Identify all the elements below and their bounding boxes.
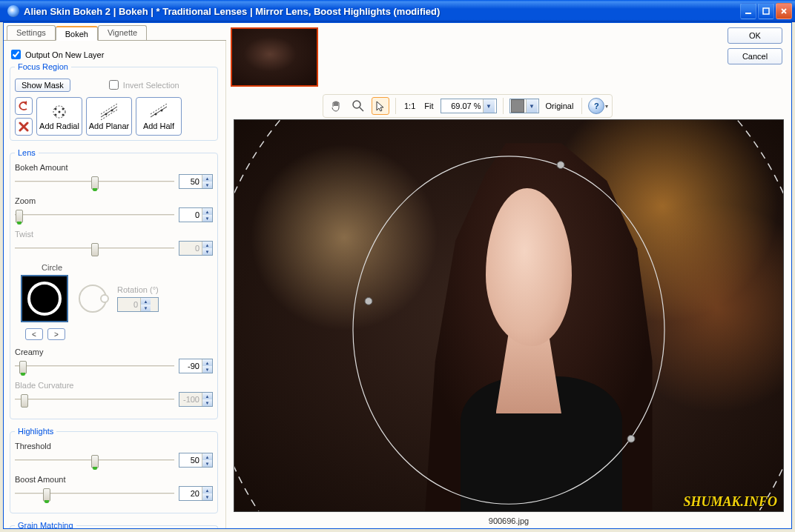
svg-line-14	[151, 104, 167, 114]
svg-line-9	[101, 104, 117, 114]
tab-strip: Settings Bokeh Vignette	[4, 23, 226, 41]
creamy-param: Creamy ▲▼	[15, 348, 213, 373]
chevron-down-icon[interactable]: ▼	[483, 99, 495, 113]
bokeh-amount-param: Bokeh Amount ▲▼	[15, 163, 213, 189]
output-layer-checkbox[interactable]	[11, 50, 21, 59]
shape-prev-button[interactable]: <	[25, 328, 43, 340]
blade-curvature-param: Blade Curvature ▲▼	[15, 381, 213, 407]
svg-point-5	[55, 114, 57, 116]
svg-point-7	[59, 111, 61, 113]
svg-point-12	[111, 110, 113, 112]
tab-bokeh[interactable]: Bokeh	[56, 26, 98, 41]
window-title: Alien Skin Bokeh 2 | Bokeh | * Tradition…	[24, 6, 740, 17]
original-toggle[interactable]: Original	[544, 102, 576, 110]
boost-spin[interactable]: ▲▼	[179, 486, 213, 501]
threshold-slider[interactable]	[15, 454, 174, 466]
lens-group: Lens Bokeh Amount ▲▼ Zoom ▲▼	[10, 148, 218, 419]
svg-point-16	[161, 110, 163, 112]
highlights-group: Highlights Threshold ▲▼ Boost Amount ▲▼	[10, 427, 218, 513]
aperture-shape-preview	[21, 275, 68, 322]
svg-line-8	[101, 107, 117, 117]
ok-button[interactable]: OK	[728, 27, 782, 44]
blade-spin: ▲▼	[179, 392, 213, 407]
tab-vignette[interactable]: Vignette	[98, 25, 147, 40]
svg-line-10	[101, 110, 117, 120]
twist-spin: ▲▼	[179, 241, 213, 256]
hand-tool-icon[interactable]	[327, 97, 345, 115]
help-dropdown-icon[interactable]: ▾	[605, 103, 608, 110]
creamy-slider[interactable]	[15, 360, 174, 372]
thumbnail-preview[interactable]	[231, 27, 318, 87]
threshold-spin[interactable]: ▲▼	[179, 453, 213, 468]
show-mask-button[interactable]: Show Mask	[15, 79, 70, 92]
pointer-tool-icon[interactable]	[372, 97, 389, 115]
boost-slider[interactable]	[15, 488, 174, 499]
zoom-tool-icon[interactable]	[349, 97, 367, 115]
invert-selection[interactable]: Invert Selection	[108, 77, 181, 93]
bokeh-amount-slider[interactable]	[15, 176, 174, 187]
help-icon[interactable]: ?	[588, 98, 604, 114]
chevron-down-icon[interactable]: ▼	[526, 99, 538, 113]
title-bar: Alien Skin Bokeh 2 | Bokeh | * Tradition…	[0, 0, 795, 22]
add-half-button[interactable]: Add Half	[136, 97, 182, 136]
rotation-spin: ▲▼	[117, 297, 159, 312]
settings-scroll[interactable]: Output On New Layer Focus Region Show Ma…	[4, 41, 226, 528]
app-icon	[7, 5, 19, 17]
zoom-slider[interactable]	[15, 209, 174, 221]
twist-param: Twist ▲▼	[15, 230, 213, 256]
undo-button[interactable]	[15, 97, 33, 115]
svg-point-6	[62, 114, 65, 116]
svg-point-11	[105, 113, 108, 116]
zoom-dropdown[interactable]: ▼	[441, 99, 497, 113]
svg-point-17	[353, 101, 360, 108]
svg-line-13	[151, 107, 167, 117]
preview-area[interactable]: SHUMAK.INFO	[234, 119, 784, 512]
minimize-button[interactable]	[740, 3, 756, 19]
svg-line-18	[360, 107, 363, 111]
svg-rect-0	[745, 13, 751, 14]
grain-matching-group: Grain Matching	[10, 521, 218, 528]
threshold-param: Threshold ▲▼	[15, 442, 213, 468]
bokeh-amount-spin[interactable]: ▲▼	[179, 174, 213, 189]
add-radial-button[interactable]: Add Radial	[36, 97, 82, 136]
maximize-button[interactable]	[758, 3, 774, 19]
svg-rect-1	[763, 8, 769, 14]
add-planar-button[interactable]: Add Planar	[86, 97, 132, 136]
svg-point-3	[55, 108, 57, 110]
invert-checkbox[interactable]	[109, 80, 119, 90]
bg-color-swatch	[511, 99, 524, 113]
preview-toolbar: 1:1 Fit ▼ ▼ Original ? ▾	[323, 94, 613, 118]
output-on-new-layer[interactable]: Output On New Layer	[10, 47, 218, 62]
rotation-label: Rotation (°)	[117, 285, 159, 294]
focus-region-group: Focus Region Show Mask Invert Selection	[10, 62, 218, 141]
zoom-param: Zoom ▲▼	[15, 196, 213, 222]
delete-button[interactable]	[15, 118, 33, 136]
rotation-knob[interactable]	[79, 285, 107, 313]
watermark: SHUMAK.INFO	[683, 494, 777, 510]
creamy-spin[interactable]: ▲▼	[179, 359, 213, 373]
cancel-button[interactable]: Cancel	[728, 48, 782, 64]
fit-button[interactable]: Fit	[422, 102, 435, 110]
tab-settings[interactable]: Settings	[7, 25, 56, 40]
bg-color-picker[interactable]: ▼	[509, 99, 539, 113]
shape-label: Circle	[42, 263, 213, 272]
svg-point-4	[62, 108, 65, 110]
status-bar: 900696.jpg	[234, 513, 784, 528]
zoom-spin[interactable]: ▲▼	[179, 207, 213, 222]
blade-slider	[15, 393, 174, 405]
shape-next-button[interactable]: >	[47, 328, 65, 340]
twist-slider	[15, 242, 174, 254]
boost-param: Boost Amount ▲▼	[15, 475, 213, 501]
close-button[interactable]	[776, 3, 792, 19]
svg-point-15	[155, 113, 157, 116]
filename-label: 900696.jpg	[489, 516, 529, 525]
subject-silhouette	[410, 136, 662, 511]
one-to-one-button[interactable]: 1:1	[402, 102, 418, 110]
